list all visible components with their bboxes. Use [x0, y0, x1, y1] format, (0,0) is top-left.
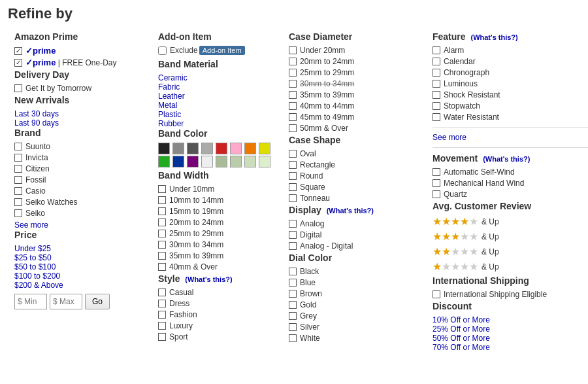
- prime-checkbox-2[interactable]: [14, 59, 22, 67]
- addon-checkbox[interactable]: [158, 46, 167, 55]
- case-diameter-checkbox-4[interactable]: [289, 91, 297, 99]
- color-swatch-12[interactable]: [216, 156, 227, 167]
- band-width-checkbox-4[interactable]: [158, 230, 166, 237]
- discount-item-1[interactable]: 25% Off or More: [433, 324, 588, 334]
- band-material-item-3[interactable]: Metal: [158, 101, 276, 110]
- color-swatch-4[interactable]: [216, 143, 227, 154]
- color-swatch-2[interactable]: [187, 143, 199, 154]
- brand-checkbox-0[interactable]: [14, 143, 22, 150]
- movement-checkbox-2[interactable]: [433, 190, 440, 198]
- band-width-checkbox-0[interactable]: [158, 185, 166, 193]
- brand-see-more[interactable]: See more: [14, 220, 145, 230]
- feature-item-6[interactable]: Water Resistant: [433, 113, 588, 122]
- color-swatch-14[interactable]: [244, 156, 256, 167]
- price-go-button[interactable]: Go: [85, 294, 110, 309]
- brand-checkbox-2[interactable]: [14, 165, 22, 173]
- movement-item-1[interactable]: Mechanical Hand Wind: [433, 179, 588, 188]
- feature-item-4[interactable]: Shock Resistant: [433, 90, 588, 99]
- price-max-wrap[interactable]: [50, 294, 82, 309]
- dial-color-checkbox-2[interactable]: [289, 290, 297, 298]
- case-shape-item-2[interactable]: Round: [289, 171, 419, 181]
- case-diameter-item-2[interactable]: 25mm to 29mm: [289, 68, 419, 77]
- delivery-day-item[interactable]: Get It by Tomorrow: [14, 84, 145, 93]
- discount-item-3[interactable]: 70% Off or More: [433, 343, 588, 352]
- brand-item-6[interactable]: Seiko: [14, 209, 145, 218]
- display-item-0[interactable]: Analog: [289, 219, 419, 228]
- star-row-2[interactable]: ★★★★★& Up: [433, 245, 588, 258]
- case-shape-checkbox-3[interactable]: [289, 183, 297, 191]
- style-item-0[interactable]: Casual: [158, 288, 276, 297]
- color-swatch-15[interactable]: [259, 156, 270, 167]
- feature-item-1[interactable]: Calendar: [433, 57, 588, 66]
- prime-row-2[interactable]: ✓prime | FREE One-Day: [14, 58, 145, 67]
- color-swatch-5[interactable]: [230, 143, 242, 154]
- brand-item-3[interactable]: Fossil: [14, 175, 145, 184]
- movement-checkbox-0[interactable]: [433, 168, 440, 176]
- case-diameter-item-3[interactable]: 30mm to 34mm: [289, 79, 419, 88]
- star-row-3[interactable]: ★★★★★& Up: [433, 260, 588, 273]
- case-diameter-checkbox-2[interactable]: [289, 69, 297, 77]
- price-max-input[interactable]: [53, 297, 79, 306]
- case-diameter-item-6[interactable]: 45mm to 49mm: [289, 113, 419, 122]
- case-diameter-checkbox-3[interactable]: [289, 80, 297, 88]
- feature-checkbox-6[interactable]: [433, 113, 440, 121]
- dial-color-item-4[interactable]: Grey: [289, 311, 419, 321]
- movement-item-2[interactable]: Quartz: [433, 190, 588, 199]
- discount-item-0[interactable]: 10% Off or More: [433, 315, 588, 324]
- price-min-input[interactable]: [18, 297, 44, 306]
- dial-color-checkbox-5[interactable]: [289, 323, 297, 331]
- band-width-checkbox-2[interactable]: [158, 207, 166, 215]
- new-arrivals-item-0[interactable]: Last 30 days: [14, 109, 145, 118]
- case-diameter-checkbox-7[interactable]: [289, 124, 297, 132]
- brand-checkbox-4[interactable]: [14, 187, 22, 195]
- feature-item-5[interactable]: Stopwatch: [433, 101, 588, 111]
- price-item-4[interactable]: $200 & Above: [14, 281, 145, 290]
- dial-color-item-2[interactable]: Brown: [289, 289, 419, 298]
- addon-row[interactable]: Exclude Add-on Item: [158, 46, 276, 55]
- discount-item-2[interactable]: 50% Off or More: [433, 334, 588, 343]
- delivery-day-checkbox[interactable]: [14, 84, 22, 92]
- style-item-1[interactable]: Dress: [158, 299, 276, 308]
- style-whats-this[interactable]: (What's this?): [185, 275, 232, 283]
- color-swatch-7[interactable]: [259, 143, 270, 154]
- feature-whats-this[interactable]: (What's this?): [470, 33, 517, 41]
- dial-color-checkbox-0[interactable]: [289, 268, 297, 275]
- band-width-item-7[interactable]: 40mm & Over: [158, 262, 276, 271]
- feature-checkbox-4[interactable]: [433, 91, 440, 99]
- color-swatch-3[interactable]: [201, 143, 213, 154]
- prime-checkbox-1[interactable]: [14, 47, 22, 55]
- dial-color-checkbox-3[interactable]: [289, 301, 297, 309]
- color-swatch-0[interactable]: [158, 143, 170, 154]
- star-row-0[interactable]: ★★★★★& Up: [433, 215, 588, 228]
- star-row-1[interactable]: ★★★★★& Up: [433, 230, 588, 243]
- display-checkbox-2[interactable]: [289, 242, 297, 250]
- case-diameter-checkbox-6[interactable]: [289, 113, 297, 121]
- band-width-item-4[interactable]: 25mm to 29mm: [158, 229, 276, 238]
- feature-checkbox-3[interactable]: [433, 80, 440, 88]
- dial-color-checkbox-1[interactable]: [289, 279, 297, 287]
- dial-color-checkbox-6[interactable]: [289, 334, 297, 342]
- display-checkbox-0[interactable]: [289, 220, 297, 228]
- case-shape-checkbox-0[interactable]: [289, 150, 297, 158]
- case-diameter-item-4[interactable]: 35mm to 39mm: [289, 90, 419, 99]
- feature-checkbox-5[interactable]: [433, 102, 440, 110]
- brand-checkbox-1[interactable]: [14, 154, 22, 162]
- case-shape-item-1[interactable]: Rectangle: [289, 160, 419, 169]
- style-item-2[interactable]: Fashion: [158, 310, 276, 319]
- band-width-checkbox-5[interactable]: [158, 241, 166, 249]
- movement-checkbox-1[interactable]: [433, 179, 440, 187]
- brand-item-4[interactable]: Casio: [14, 186, 145, 196]
- brand-checkbox-5[interactable]: [14, 198, 22, 206]
- display-whats-this[interactable]: (What's this?): [327, 207, 374, 215]
- case-shape-item-4[interactable]: Tonneau: [289, 194, 419, 203]
- style-item-3[interactable]: Luxury: [158, 321, 276, 330]
- color-swatch-11[interactable]: [201, 156, 213, 167]
- band-material-item-4[interactable]: Plastic: [158, 110, 276, 119]
- price-item-0[interactable]: Under $25: [14, 244, 145, 253]
- case-diameter-checkbox-0[interactable]: [289, 46, 297, 54]
- band-material-item-2[interactable]: Leather: [158, 92, 276, 101]
- price-item-3[interactable]: $100 to $200: [14, 271, 145, 281]
- brand-checkbox-6[interactable]: [14, 209, 22, 217]
- feature-checkbox-0[interactable]: [433, 46, 440, 54]
- color-swatch-8[interactable]: [158, 156, 170, 167]
